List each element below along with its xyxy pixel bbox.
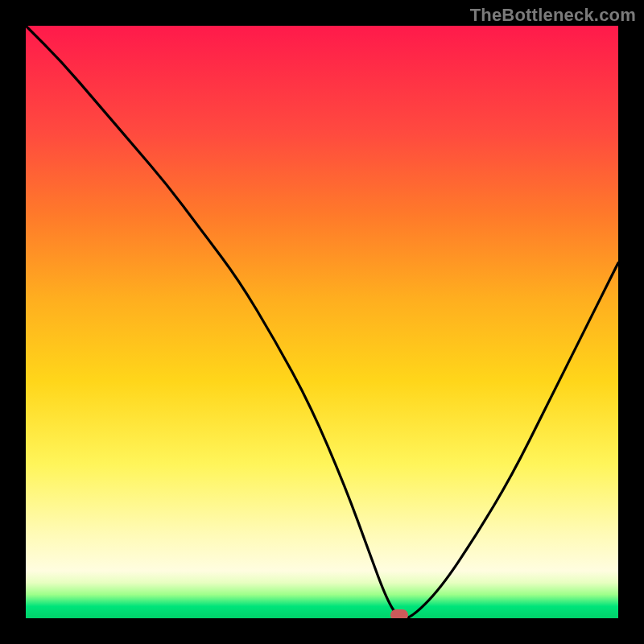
- chart-frame: TheBottleneck.com: [0, 0, 644, 644]
- bottleneck-curve: [26, 26, 618, 618]
- current-position-marker: [390, 609, 408, 618]
- watermark-text: TheBottleneck.com: [470, 5, 636, 26]
- plot-area: [26, 26, 618, 618]
